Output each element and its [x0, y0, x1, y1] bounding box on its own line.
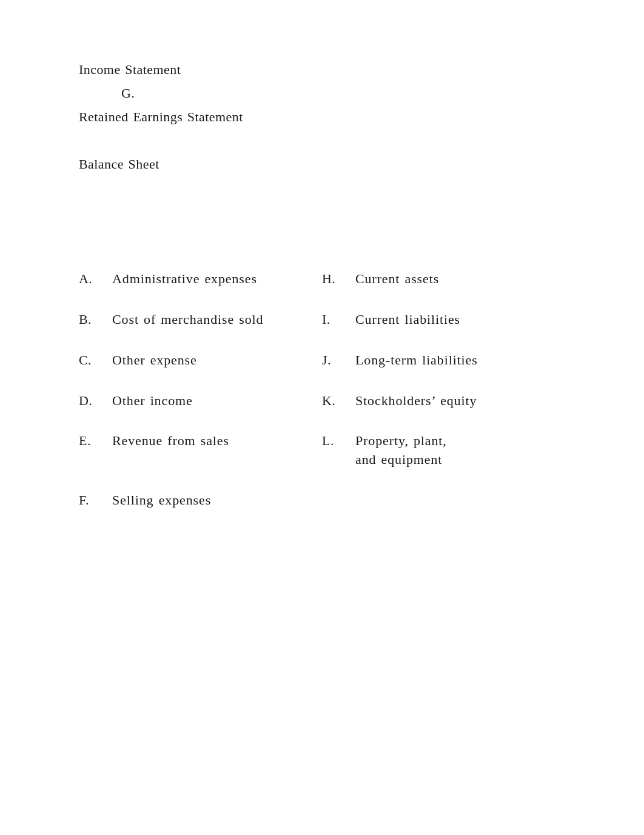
- text-l-part2: and equipment: [355, 452, 442, 467]
- item-f: F. Selling expenses: [79, 491, 322, 510]
- item-k: K. Stockholders’ equity: [322, 392, 565, 411]
- item-e-spacer: [79, 451, 322, 469]
- letter-e: E.: [79, 432, 112, 451]
- items-section: A. Administrative expenses H. Current as…: [79, 259, 565, 521]
- item-h: H. Current assets: [322, 270, 565, 289]
- text-j: Long-term liabilities: [355, 351, 565, 370]
- letter-j: J.: [322, 351, 355, 370]
- text-h: Current assets: [355, 270, 565, 289]
- balance-sheet-label: Balance Sheet: [79, 155, 565, 174]
- retained-earnings-label: Retained Earnings Statement: [79, 108, 565, 127]
- text-b: Cost of merchandise sold: [112, 310, 322, 329]
- item-b: B. Cost of merchandise sold: [79, 310, 322, 329]
- row-cj: C. Other expense J. Long-term liabilitie…: [79, 340, 565, 381]
- letter-k: K.: [322, 392, 355, 411]
- letter-f: F.: [79, 491, 112, 510]
- row-bi: B. Cost of merchandise sold I. Current l…: [79, 300, 565, 340]
- text-c: Other expense: [112, 351, 322, 370]
- income-statement-label: Income Statement: [79, 61, 565, 79]
- text-a: Administrative expenses: [112, 270, 322, 289]
- letter-h: H.: [322, 270, 355, 289]
- item-d: D. Other income: [79, 392, 322, 411]
- text-f: Selling expenses: [112, 491, 322, 510]
- item-e: E. Revenue from sales: [79, 432, 322, 451]
- page-container: Income Statement G. Retained Earnings St…: [0, 0, 644, 582]
- letter-i: I.: [322, 310, 355, 329]
- letter-d: D.: [79, 392, 112, 411]
- item-a: A. Administrative expenses: [79, 270, 322, 289]
- text-k: Stockholders’ equity: [355, 392, 565, 411]
- letter-l: L.: [322, 432, 355, 451]
- item-l-continuation: and equipment: [322, 451, 565, 469]
- item-i: I. Current liabilities: [322, 310, 565, 329]
- item-c: C. Other expense: [79, 351, 322, 370]
- text-l-part1: Property, plant,: [355, 432, 565, 451]
- item-empty: [322, 491, 565, 510]
- letter-c: C.: [79, 351, 112, 370]
- item-j: J. Long-term liabilities: [322, 351, 565, 370]
- letter-a: A.: [79, 270, 112, 289]
- row-el-top: E. Revenue from sales L. Property, plant…: [79, 421, 565, 451]
- row-dk: D. Other income K. Stockholders’ equity: [79, 381, 565, 421]
- text-d: Other income: [112, 392, 322, 411]
- header-section: Income Statement G. Retained Earnings St…: [79, 61, 565, 174]
- text-e: Revenue from sales: [112, 432, 322, 451]
- row-ah: A. Administrative expenses H. Current as…: [79, 259, 565, 300]
- g-label: G.: [79, 84, 565, 103]
- row-el-bottom: and equipment: [79, 451, 565, 480]
- row-f: F. Selling expenses: [79, 480, 565, 521]
- item-l: L. Property, plant,: [322, 432, 565, 451]
- text-i: Current liabilities: [355, 310, 565, 329]
- letter-b: B.: [79, 310, 112, 329]
